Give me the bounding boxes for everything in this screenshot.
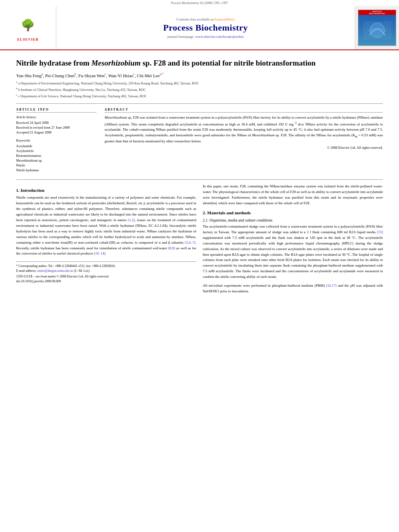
keyword-2: Acrylonitrile [16, 149, 97, 153]
email-address[interactable]: cmlee@dragon.nchu.edu.tw [37, 269, 73, 273]
corresponding-author: * Corresponding author. Tel.: +886 4 228… [16, 264, 196, 269]
journal-center: Contents lists available at ScienceDirec… [56, 6, 355, 49]
elsevier-wordmark: ELSEVIER [17, 37, 39, 41]
article-title: Nitrile hydratase from Mesorhizobium sp.… [16, 58, 383, 68]
issue-line: Process Biochemistry 43 (2008) 1391–1397 [0, 0, 399, 6]
affiliations: a a Department of Environmental Engineer… [16, 80, 383, 99]
ref-15: [15] [377, 230, 383, 234]
sciencedirect-link[interactable]: ScienceDirect [214, 17, 234, 21]
cover-title: PROCESSBIOCHEMISTRY [369, 10, 385, 14]
svg-point-1 [370, 23, 385, 37]
ref-1-2: [1,2] [128, 218, 135, 222]
journal-header: Process Biochemistry 43 (2008) 1391–1397… [0, 0, 399, 50]
methods-heading: 2. Materials and methods [203, 210, 383, 215]
ref-3-7: [3,4–7] [185, 240, 195, 244]
issn-line: 1359-5113/$ – see front matter © 2008 El… [16, 275, 196, 278]
affiliation-c: c c Department of Life Science, National… [16, 93, 383, 99]
abstract-label: ABSTRACT [105, 108, 383, 113]
revised-date: Received in revised form 27 June 2008 [16, 125, 97, 129]
keywords-label: Keywords: [16, 138, 97, 142]
keyword-4: Mesorhizobium sp. [16, 158, 97, 162]
divider-2 [16, 179, 383, 180]
keyword-1: Acrylamide [16, 144, 97, 148]
title-part2: sp. F28 and its potential for nitrile bi… [140, 59, 315, 67]
affiliation-a: a a Department of Environmental Engineer… [16, 80, 383, 86]
accepted-date: Accepted 21 August 2008 [16, 130, 97, 134]
footnote-area: * Corresponding author. Tel.: +886 4 228… [16, 261, 196, 283]
elsevier-logo: 🌳 ELSEVIER [0, 6, 56, 49]
ref-8-9: [8,9] [168, 246, 175, 250]
keyword-5: Nitrile [16, 163, 97, 167]
cover-top-bar: PROCESSBIOCHEMISTRY [358, 10, 396, 15]
contents-line: Contents lists available at ScienceDirec… [177, 17, 235, 21]
body-left-col: 1. Introduction Nitrile compounds are us… [16, 184, 196, 294]
email-line: E-mail address: cmlee@dragon.nchu.edu.tw… [16, 269, 196, 273]
journal-homepage: journal homepage: www.elsevier.com/locat… [167, 35, 244, 39]
intro-text: Nitrile compounds are used extensively i… [16, 195, 196, 257]
cover-body [358, 15, 396, 45]
doi-line: doi:10.1016/j.procbio.2008.08.009 [16, 279, 196, 283]
ref-16-17: [16,17] [326, 283, 337, 288]
body-columns: 1. Introduction Nitrile compounds are us… [16, 184, 383, 294]
article-info-label: ARTICLE INFO [16, 108, 97, 113]
organisms-text: The acrylonitrile-contaminated sludge wa… [203, 224, 383, 280]
keyword-3: Biotransformation [16, 154, 97, 158]
abstract-italic-organism: Mesorhizobium [105, 115, 127, 119]
elsevier-tree-icon: 🌳 [21, 20, 35, 31]
abstract-col: ABSTRACT Mesorhizobium sp. F28 was isola… [105, 108, 383, 173]
divider-1 [16, 103, 383, 104]
title-italic: Mesorhizobium [91, 59, 140, 67]
journal-cover: PROCESSBIOCHEMISTRY [355, 6, 399, 49]
cover-image: PROCESSBIOCHEMISTRY [358, 10, 396, 46]
pbm-text: All microbial experiments were performed… [203, 283, 383, 294]
copyright-line: © 2008 Elsevier Ltd. All rights reserved… [105, 146, 383, 150]
organisms-subheading: 2.1. Organisms, media and culture condit… [203, 218, 383, 222]
affiliation-b: b b Institute of Clinical Nutrition, Hun… [16, 86, 383, 92]
abstract-text: Mesorhizobium sp. F28 was isolated from … [105, 115, 383, 144]
cover-graphic [361, 19, 393, 41]
keyword-6: Nitrile hydratase [16, 168, 97, 172]
history-label: Article history: [16, 115, 97, 119]
journal-name: Process Biochemistry [163, 23, 248, 33]
body-right-col: In this paper, one strain, F28, containi… [203, 184, 383, 294]
homepage-url[interactable]: www.elsevier.com/locate/procbio [195, 35, 244, 39]
right-text-1: In this paper, one strain, F28, containi… [203, 184, 383, 206]
authors-line: Yun-Shu Fenga, Pei-Chung Chenb, Fu-Shyan… [16, 72, 383, 78]
received-date: Received 24 April 2008 [16, 121, 97, 125]
journal-banner: 🌳 ELSEVIER Contents lists available at S… [0, 6, 399, 50]
intro-heading: 1. Introduction [16, 188, 196, 193]
main-content: Nitrile hydratase from Mesorhizobium sp.… [0, 50, 399, 302]
article-info-col: ARTICLE INFO Article history: Received 2… [16, 108, 97, 173]
info-abstract-section: ARTICLE INFO Article history: Received 2… [16, 108, 383, 173]
ref-10-14: [10–14] [94, 251, 105, 255]
abstract-italic-mesorhizobium: Mesorhizobium [252, 133, 275, 137]
